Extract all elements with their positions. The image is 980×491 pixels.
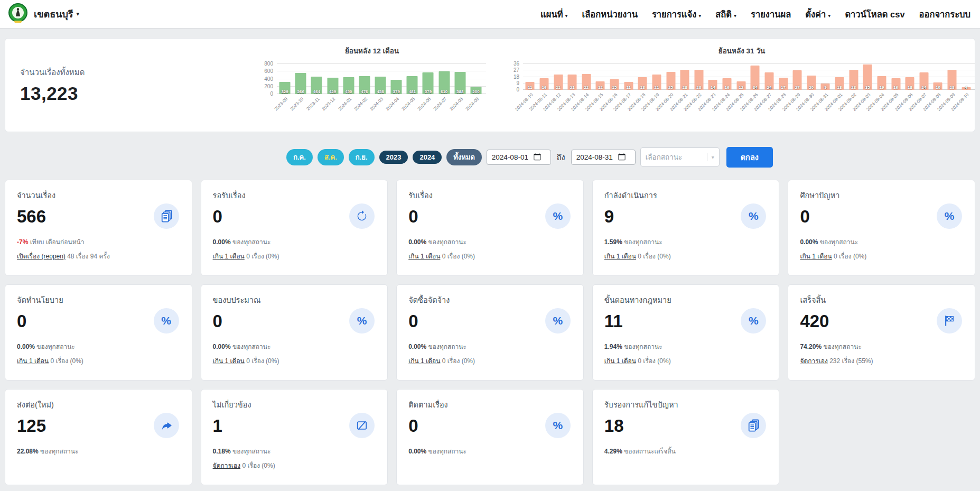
card-title: ของบประมาณ (213, 294, 376, 306)
stat-card-8: ขั้นตอนทางกฎหมาย 11 % 1.94% ของทุกสถานะ … (592, 284, 780, 381)
date-range-to-label: ถึง (557, 151, 565, 163)
month-pill-2[interactable]: ก.ย. (349, 149, 375, 165)
card-percent-line: 0.00% ของทุกสถานะ (213, 237, 376, 247)
bar-column: 272024-08-29 (790, 64, 805, 90)
bar-value-label: 16 (542, 85, 546, 90)
submit-button[interactable]: ตกลง (726, 147, 773, 168)
card-detail-link[interactable]: เกิน 1 เดือน (800, 253, 832, 260)
summary-panel: จำนวนเรื่องทั้งหมด 13,223 ย้อนหลัง 12 เด… (5, 38, 975, 132)
x-axis-tick: 2024-02 (353, 96, 368, 112)
stat-card-3: กำลังดำเนินการ 9 % 1.59% ของทุกสถานะ เกิ… (592, 180, 780, 276)
nav-item-3[interactable]: สถิติ▾ (715, 7, 736, 21)
nav-item-5[interactable]: ตั้งค่า▾ (805, 7, 830, 21)
bar-value-label: 22 (584, 85, 589, 90)
x-axis-tick: 2024-01 (337, 96, 352, 112)
card-title: ส่งต่อ(ใหม่) (17, 399, 180, 411)
percent-icon: % (937, 203, 962, 229)
bar-column: 6102024-07 (436, 64, 452, 94)
bar-column: 4642023-11 (309, 64, 324, 94)
month-pill-group: ก.ค.ส.ค.ก.ย. (286, 149, 374, 165)
stat-card-4: ศึกษาปัญหา 0 % 0.00% ของทุกสถานะ เกิน 1 … (788, 180, 975, 276)
card-percent-line: 0.00% ของทุกสถานะ (408, 446, 572, 456)
date-to-input[interactable]: 2024-08-31 (571, 150, 636, 165)
bar-column: 212024-08-12 (551, 64, 565, 90)
bar-column: 2002024-09 (468, 64, 484, 94)
bar-value-label: 18 (908, 85, 912, 90)
total-cases-value: 13,223 (20, 83, 85, 104)
card-detail-link[interactable]: เกิน 1 เดือน (408, 253, 440, 260)
year-pill-1[interactable]: 2024 (413, 151, 442, 164)
bar-value-label: 458 (377, 89, 384, 94)
card-title: กำลังดำเนินการ (604, 189, 768, 201)
nav-item-6[interactable]: ดาวน์โหลด csv (845, 7, 904, 21)
nav-item-2[interactable]: รายการแจ้ง▾ (652, 7, 701, 21)
bar-value-label: 21 (654, 85, 659, 90)
card-detail-link[interactable]: เกิน 1 เดือน (604, 253, 636, 260)
bar-column: 42024-09-10 (959, 64, 973, 90)
card-detail-link[interactable]: เกิน 1 เดือน (17, 357, 49, 365)
bar-value-label: 9 (824, 85, 826, 90)
all-filter-pill[interactable]: ทั้งหมด (446, 149, 482, 165)
card-title: จัดทำนโยบาย (17, 294, 180, 306)
chevron-down-icon: ▾ (565, 13, 568, 18)
date-from-value: 2024-08-01 (492, 153, 528, 161)
card-detail-line: เกิน 1 เดือน 0 เรื่อง (0%) (604, 356, 768, 366)
x-axis-tick: 2023-10 (289, 96, 304, 112)
month-pill-1[interactable]: ส.ค. (318, 149, 344, 165)
calendar-icon (534, 153, 541, 161)
card-detail-line: เกิน 1 เดือน 0 เรื่อง (0%) (213, 251, 376, 261)
y-axis-tick: 0 (508, 87, 519, 92)
bar-column: 182024-09-01 (833, 64, 847, 90)
bar-value-label: 10 (936, 85, 940, 90)
date-to-value: 2024-08-31 (576, 153, 613, 161)
bar-value-label: 16 (893, 85, 898, 90)
month-pill-0[interactable]: ก.ค. (286, 149, 313, 165)
card-percent-line: 0.00% ของทุกสถานะ (213, 341, 376, 351)
stat-card-10: ส่งต่อ(ใหม่) 125 22.08% ของทุกสถานะ (5, 389, 192, 485)
nav-item-label: ตั้งค่า (805, 10, 826, 19)
nav-item-label: รายงานผล (751, 10, 791, 19)
calendar-icon (618, 153, 626, 161)
bar-column: 4762024-02 (357, 64, 372, 94)
card-detail-line: จัดการเอง 232 เรื่อง (55%) (800, 356, 963, 366)
card-detail-link[interactable]: เปิดเรื่อง (reopen) (17, 253, 66, 260)
chevron-down-icon: ▾ (698, 13, 701, 18)
bar-column: 5662023-10 (293, 64, 309, 94)
card-detail-line: จัดการเอง 0 เรื่อง (0%) (213, 460, 376, 470)
nav-item-7[interactable]: ออกจากระบบ (919, 7, 970, 21)
stat-card-2: รับเรื่อง 0 % 0.00% ของทุกสถานะ เกิน 1 เ… (396, 180, 584, 276)
card-detail-link[interactable]: เกิน 1 เดือน (408, 357, 440, 365)
nav-item-1[interactable]: เลือกหน่วยงาน (582, 7, 638, 21)
bar-value-label: 429 (329, 89, 336, 94)
x-axis-tick: 2024-04 (385, 96, 400, 112)
date-from-input[interactable]: 2024-08-01 (487, 150, 551, 165)
x-axis-tick: 2023-12 (321, 96, 336, 112)
card-percent-line: 22.08% ของทุกสถานะ (17, 446, 180, 456)
y-axis-tick: 36 (508, 61, 519, 67)
brand-menu[interactable]: เขตธนบุรี ▾ (7, 3, 79, 26)
status-select[interactable]: เลือกสถานะ ▾ (640, 147, 720, 166)
status-select-placeholder: เลือกสถานะ (646, 151, 683, 163)
nav-item-label: ดาวน์โหลด csv (845, 10, 904, 19)
forward-icon (154, 413, 179, 438)
year-pill-0[interactable]: 2023 (379, 151, 408, 164)
card-detail-link[interactable]: เกิน 1 เดือน (213, 253, 245, 260)
y-axis-tick: 800 (258, 61, 273, 67)
nav-item-0[interactable]: แผนที่▾ (540, 7, 568, 21)
card-detail-link[interactable]: จัดการเอง (213, 462, 240, 469)
y-axis-tick: 400 (258, 76, 273, 82)
y-axis-tick: 27 (508, 67, 519, 73)
nav-item-4[interactable]: รายงานผล (751, 7, 791, 21)
bar-column: 212024-08-19 (650, 64, 664, 90)
bar-value-label: 11 (528, 85, 532, 90)
card-title: จัดซื้อจัดจ้าง (408, 294, 572, 306)
card-detail-link[interactable]: เกิน 1 เดือน (213, 357, 245, 365)
x-axis-tick: 2023-09 (273, 96, 288, 112)
stat-card-11: ไม่เกี่ยวข้อง 1 0.18% ของทุกสถานะ จัดการ… (201, 389, 388, 485)
card-detail-link[interactable]: เกิน 1 เดือน (604, 357, 636, 365)
bar-column: 3292023-09 (277, 64, 293, 94)
card-detail-line: เกิน 1 เดือน 0 เรื่อง (0%) (604, 251, 768, 261)
bar-value-label: 17 (781, 85, 786, 90)
card-detail-link[interactable]: จัดการเอง (800, 357, 827, 365)
bar-column: 3792024-04 (388, 64, 404, 94)
